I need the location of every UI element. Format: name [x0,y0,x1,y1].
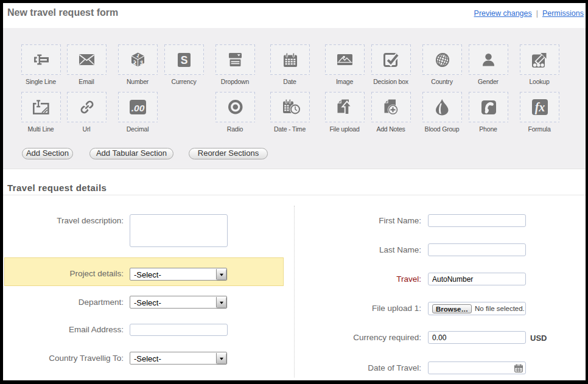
svg-text:fx: fx [534,100,545,114]
svg-text:.00: .00 [131,103,145,113]
svg-text:3: 3 [140,59,143,67]
svg-text:2: 2 [133,58,136,66]
